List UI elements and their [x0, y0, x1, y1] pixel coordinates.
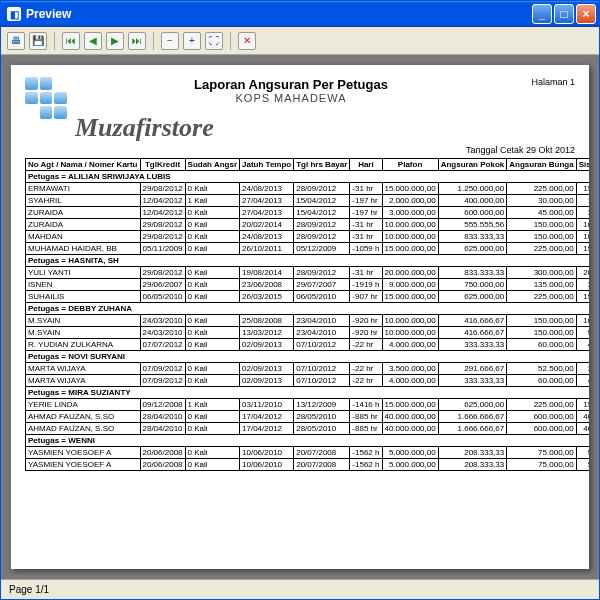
- status-page: Page 1/1: [9, 584, 49, 595]
- last-page-button[interactable]: ⏭: [128, 32, 146, 50]
- table-row: MARTA WIJAYA07/09/20120 Kali02/09/201307…: [26, 375, 590, 387]
- col-tglhrs: Tgl hrs Bayar: [294, 159, 350, 171]
- status-bar: Page 1/1: [1, 579, 599, 599]
- col-jatuh: Jatuh Tempo: [240, 159, 294, 171]
- table-row: MARTA WIJAYA07/09/20120 Kali02/09/201307…: [26, 363, 590, 375]
- col-ab: Angsuran Bunga: [507, 159, 576, 171]
- group-row: Petugas = ALILIAN SRIWIJAYA LUBIS: [26, 171, 590, 183]
- report-page: Laporan Angsuran Per Petugas KOPS MAHADE…: [11, 65, 589, 569]
- close-button[interactable]: ×: [576, 4, 596, 24]
- toolbar: 🖶 💾 ⏮ ◀ ▶ ⏭ − + ⛶ ✕: [1, 27, 599, 55]
- table-header-row: No Agt / Nama / Nomer Kartu TglKredit Su…: [26, 159, 590, 171]
- prev-page-button[interactable]: ◀: [84, 32, 102, 50]
- table-row: YASMIEN YOESOEF A20/06/20080 Kali10/06/2…: [26, 459, 590, 471]
- next-page-button[interactable]: ▶: [106, 32, 124, 50]
- col-hari: Hari: [350, 159, 382, 171]
- toolbar-separator: [54, 32, 55, 50]
- col-plafon: Plafon: [382, 159, 438, 171]
- close-preview-button[interactable]: ✕: [238, 32, 256, 50]
- table-row: M.SYAIN24/03/20100 Kali25/08/200823/04/2…: [26, 315, 590, 327]
- col-sudah: Sudah Angsr: [185, 159, 239, 171]
- minimize-button[interactable]: _: [532, 4, 552, 24]
- first-page-button[interactable]: ⏮: [62, 32, 80, 50]
- table-row: SUHAILIS06/05/20100 Kali26/03/201506/05/…: [26, 291, 590, 303]
- table-row: SYAHRIL12/04/20121 Kali27/04/201315/04/2…: [26, 195, 590, 207]
- zoom-out-button[interactable]: −: [161, 32, 179, 50]
- table-row: R. YUDIAN ZULKARNA07/07/20120 Kali02/09/…: [26, 339, 590, 351]
- titlebar[interactable]: ◧ Preview _ □ ×: [1, 1, 599, 27]
- table-row: ERMAWATI29/08/20120 Kali24/08/201328/09/…: [26, 183, 590, 195]
- report-subtitle: KOPS MAHADEWA: [77, 92, 505, 104]
- group-row: Petugas = DEBBY ZUHANA: [26, 303, 590, 315]
- table-row: M.SYAIN24/03/20100 Kali13/03/201223/04/2…: [26, 327, 590, 339]
- toolbar-separator: [230, 32, 231, 50]
- print-date: Tanggal Cetak 29 Okt 2012: [25, 145, 575, 155]
- print-button[interactable]: 🖶: [7, 32, 25, 50]
- preview-window: ◧ Preview _ □ × 🖶 💾 ⏮ ◀ ▶ ⏭ − + ⛶ ✕: [0, 0, 600, 600]
- window-title: Preview: [26, 7, 532, 21]
- col-tglkredit: TglKredit: [140, 159, 185, 171]
- table-row: ZURAIDA29/08/20120 Kali20/02/201428/09/2…: [26, 219, 590, 231]
- app-icon: ◧: [7, 7, 21, 21]
- report-table: No Agt / Nama / Nomer Kartu TglKredit Su…: [25, 158, 589, 471]
- group-row: Petugas = WENNI: [26, 435, 590, 447]
- table-row: MAHDAN29/08/20120 Kali24/08/201328/09/20…: [26, 231, 590, 243]
- table-row: YASMIEN YOESOEF A20/06/20080 Kali10/06/2…: [26, 447, 590, 459]
- group-row: Petugas = NOVI SURYANI: [26, 351, 590, 363]
- company-logo: [25, 77, 67, 119]
- zoom-fit-button[interactable]: ⛶: [205, 32, 223, 50]
- table-row: ZURAIDA12/04/20120 Kali27/04/201315/04/2…: [26, 207, 590, 219]
- table-row: YERIE LINDA09/12/20081 Kali03/11/201013/…: [26, 399, 590, 411]
- table-row: AHMAD FAUZAN, S.SO28/04/20100 Kali17/04/…: [26, 423, 590, 435]
- toolbar-separator: [153, 32, 154, 50]
- group-row: Petugas = HASNITA, SH: [26, 255, 590, 267]
- table-row: MUHAMAD HAIDAR, BB05/11/20090 Kali26/10/…: [26, 243, 590, 255]
- group-row: Petugas = MIRA SUZIANTY: [26, 387, 590, 399]
- col-ap: Angsuran Pokok: [438, 159, 507, 171]
- save-button[interactable]: 💾: [29, 32, 47, 50]
- zoom-in-button[interactable]: +: [183, 32, 201, 50]
- page-viewer[interactable]: Laporan Angsuran Per Petugas KOPS MAHADE…: [1, 55, 599, 579]
- report-title: Laporan Angsuran Per Petugas: [77, 77, 505, 92]
- col-agt: No Agt / Nama / Nomer Kartu: [26, 159, 141, 171]
- table-row: YULI YANTI29/08/20120 Kali19/08/201428/0…: [26, 267, 590, 279]
- page-number-label: Halaman 1: [515, 77, 575, 87]
- watermark-text: Muzafirstore: [75, 113, 575, 143]
- table-row: ISNEN29/06/20070 Kali23/06/200829/07/200…: [26, 279, 590, 291]
- table-row: AHMAD FAUZAN, S.SO28/04/20100 Kali17/04/…: [26, 411, 590, 423]
- maximize-button[interactable]: □: [554, 4, 574, 24]
- col-sa: Sisa Angsuran: [576, 159, 589, 171]
